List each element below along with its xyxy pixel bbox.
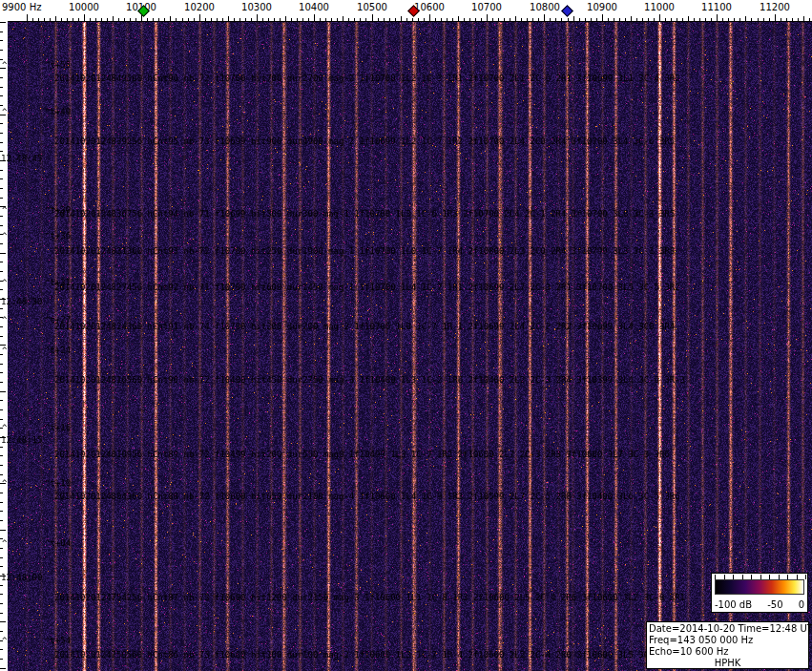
detection-log-line: 20141020124827456 hCnt92 nb-71 f10700 hi… bbox=[54, 283, 680, 292]
detection-log-line: 20141020124804360 hCnt88 nb-72 f10600 hi… bbox=[54, 492, 680, 501]
detection-log-line: 20141020124754256 hCnt87 nb-73 f10600 hi… bbox=[54, 593, 685, 602]
detection-tag: ^t+24 bbox=[45, 346, 71, 355]
time-label: 12:48:45 bbox=[1, 154, 42, 163]
time-label: 12:48:00 bbox=[1, 573, 42, 582]
detection-tag: ^t+04 bbox=[45, 538, 71, 548]
detection-tag: ^t+36 bbox=[45, 231, 71, 241]
info-box: Date=2014-10-20 Time=12:48 UTC Freq=143 … bbox=[646, 621, 809, 669]
colorbar-tick bbox=[805, 575, 806, 579]
detection-log-line: 20141020124810956 hCnt89 nb-72 f10499 hi… bbox=[54, 450, 670, 459]
info-date-time: Date=2014-10-20 Time=12:48 UTC bbox=[649, 623, 806, 635]
detection-caret: ^ bbox=[2, 315, 7, 325]
detection-caret: ^ bbox=[2, 107, 7, 116]
info-echo: Echo=10 600 Hz bbox=[649, 646, 806, 658]
time-label: 12:48:30 bbox=[1, 297, 42, 306]
detection-caret: ^ bbox=[2, 478, 7, 488]
detection-log-line: 20141020124750560 hCnt86 nb-73 f10600 hi… bbox=[54, 650, 680, 660]
detection-caret: ^ bbox=[2, 636, 7, 645]
detection-log-line: 20141020124839256 hCnt95 nb-73 f10699 hi… bbox=[54, 136, 675, 146]
colorbar-panel: -100 dB -50 0 bbox=[711, 573, 808, 613]
detection-caret: ^ bbox=[2, 205, 7, 215]
time-label: 12:48:15 bbox=[1, 435, 42, 445]
detection-log-line: 20141020124816560 hCnt90 nb-72 f10400 hi… bbox=[54, 375, 685, 385]
detection-log-line: 20141020124824360 hCnt91 nb-74 f10700 hi… bbox=[54, 322, 675, 331]
detection-caret: ^ bbox=[2, 538, 7, 548]
detection-caret: ^ bbox=[8, 34, 12, 44]
annotation-overlay: 12:48:4512:48:3012:48:1512:48:00^^t+55^^… bbox=[0, 0, 812, 671]
detection-tag: ^t+49 bbox=[45, 107, 71, 116]
colorbar-gradient bbox=[715, 579, 804, 595]
detection-tag: ^t+54 bbox=[45, 636, 71, 645]
colorbar-labels: -100 dB -50 0 bbox=[715, 599, 804, 610]
detection-tag: ^t+16 bbox=[45, 423, 71, 432]
detection-log-line: 20141020124831360 hCnt93 nb-72 f10700 hi… bbox=[54, 246, 675, 256]
detection-caret: ^ bbox=[2, 60, 7, 70]
colorbar-label-mid: -50 bbox=[767, 599, 782, 610]
detection-caret: ^ bbox=[2, 423, 7, 432]
detection-caret: ^ bbox=[2, 346, 7, 355]
colorbar-label-min: -100 dB bbox=[715, 599, 752, 610]
spectrogram-window: 9900 Hz100001010010200103001040010500106… bbox=[0, 0, 812, 671]
detection-tag: ^t+55 bbox=[45, 60, 71, 70]
detection-log-line: 20141020124849560 hCnt96 nb-72 f10700 hi… bbox=[54, 73, 680, 83]
colorbar-label-max: 0 bbox=[799, 599, 804, 610]
info-frequency: Freq=143 050 000 Hz bbox=[649, 635, 806, 646]
detection-tag: ^t+10 bbox=[45, 478, 71, 488]
detection-log-line: 20141020124836756 hCnt94 nb-71 f10699 hi… bbox=[54, 209, 675, 219]
detection-caret: ^ bbox=[2, 278, 7, 287]
detection-caret: ^ bbox=[2, 231, 7, 241]
info-station-id: HPHK bbox=[649, 658, 806, 669]
